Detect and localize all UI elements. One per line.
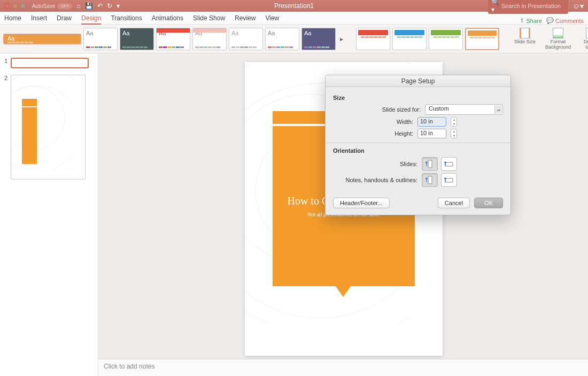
titlebar: AutoSave OFF ⌂ 💾 ↶ ↻ ▾ Presentation1 🔍▾ … bbox=[0, 0, 588, 12]
document-title: Presentation1 bbox=[0, 2, 588, 10]
chevron-updown-icon: ▴▾ bbox=[494, 105, 502, 114]
share-button[interactable]: ⇧ Share bbox=[520, 17, 541, 24]
theme-5[interactable]: Aa bbox=[192, 28, 227, 50]
svg-rect-16 bbox=[445, 178, 453, 182]
thumb-num-1: 1 bbox=[4, 58, 9, 68]
svg-point-4 bbox=[11, 75, 74, 168]
design-ideas-button[interactable]: Design Ideas bbox=[576, 27, 588, 51]
variants-gallery bbox=[356, 28, 499, 50]
tab-animations[interactable]: Animations bbox=[152, 13, 183, 24]
variant-red[interactable] bbox=[356, 28, 390, 50]
comments-button[interactable]: 💬 Comments bbox=[546, 17, 584, 24]
slide-size-button[interactable]: Slide Size bbox=[510, 27, 540, 51]
orientation-section-header: Orientation bbox=[333, 147, 503, 154]
variant-orange[interactable] bbox=[465, 28, 499, 50]
slides-orientation-label: Slides: bbox=[400, 161, 417, 167]
tab-transitions[interactable]: Transitions bbox=[111, 13, 142, 24]
width-label: Width: bbox=[397, 119, 413, 125]
notes-orientation-label: Notes, handouts & outlines: bbox=[345, 177, 417, 183]
header-footer-button[interactable]: Header/Footer... bbox=[333, 198, 390, 208]
svg-rect-14 bbox=[445, 162, 453, 166]
themes-gallery: Aa Aa Aa Aa Aa Aa Aa Aa ▸ bbox=[3, 28, 345, 50]
slides-landscape-button[interactable] bbox=[441, 157, 457, 171]
tab-design[interactable]: Design bbox=[81, 13, 101, 24]
svg-rect-15 bbox=[428, 176, 432, 184]
tab-slideshow[interactable]: Slide Show bbox=[193, 13, 225, 24]
size-section-header: Size bbox=[333, 95, 503, 101]
theme-6[interactable]: Aa bbox=[229, 28, 263, 50]
theme-2[interactable]: Aa bbox=[83, 28, 118, 50]
width-input[interactable]: 10 in bbox=[417, 117, 446, 127]
sized-for-label: Slide sized for: bbox=[382, 106, 421, 113]
variant-green[interactable] bbox=[429, 28, 463, 50]
svg-point-7 bbox=[11, 75, 74, 168]
thumbnail-1[interactable]: How to Change Slide SizeNot all presenta… bbox=[11, 58, 89, 68]
height-label: Height: bbox=[394, 130, 413, 137]
thumb-num-2: 2 bbox=[4, 75, 9, 179]
variant-blue[interactable] bbox=[392, 28, 427, 50]
theme-4[interactable]: Aa bbox=[156, 28, 190, 50]
theme-8[interactable]: Aa bbox=[301, 28, 336, 50]
slide-thumbnails: 1 How to Change Slide SizeNot all presen… bbox=[0, 53, 98, 376]
theme-7[interactable]: Aa bbox=[265, 28, 299, 50]
format-background-button[interactable]: Format Background bbox=[543, 27, 573, 51]
tab-home[interactable]: Home bbox=[4, 13, 21, 24]
notes-landscape-button[interactable] bbox=[441, 173, 457, 187]
cancel-button[interactable]: Cancel bbox=[438, 198, 470, 208]
notes-portrait-button[interactable] bbox=[422, 173, 438, 187]
tab-draw[interactable]: Draw bbox=[57, 13, 72, 24]
slides-portrait-button[interactable] bbox=[422, 157, 438, 171]
tab-review[interactable]: Review bbox=[235, 13, 256, 24]
dialog-title: Page Setup bbox=[326, 75, 510, 87]
thumbnail-2[interactable] bbox=[11, 75, 86, 179]
sized-for-select[interactable]: Custom ▴▾ bbox=[425, 104, 503, 115]
notes-pane[interactable]: Click to add notes bbox=[98, 359, 588, 376]
svg-point-5 bbox=[11, 86, 74, 168]
svg-rect-13 bbox=[428, 160, 432, 168]
svg-point-6 bbox=[11, 86, 65, 150]
themes-more[interactable]: ▸ bbox=[338, 35, 345, 43]
tab-insert[interactable]: Insert bbox=[31, 13, 47, 24]
page-setup-dialog: Page Setup Size Slide sized for: Custom … bbox=[325, 75, 511, 215]
height-stepper[interactable]: ▴▾ bbox=[451, 129, 457, 138]
ribbon-design: Aa Aa Aa Aa Aa Aa Aa Aa ▸ Slide Size For… bbox=[0, 25, 588, 53]
theme-1[interactable]: Aa bbox=[3, 34, 81, 44]
height-input[interactable]: 10 in bbox=[417, 129, 446, 138]
theme-3[interactable]: Aa bbox=[120, 28, 154, 50]
tab-view[interactable]: View bbox=[265, 13, 279, 24]
ok-button[interactable]: OK bbox=[474, 198, 503, 208]
width-stepper[interactable]: ▴▾ bbox=[451, 117, 457, 127]
